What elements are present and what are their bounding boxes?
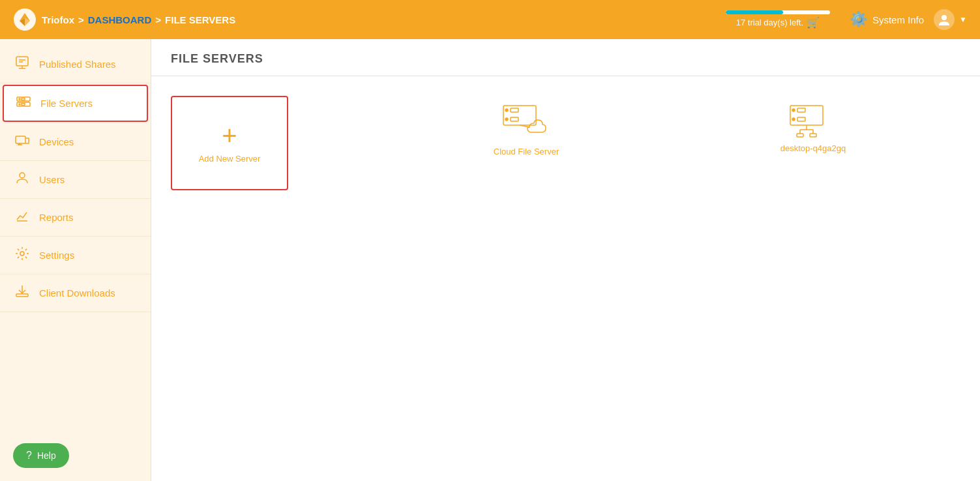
svg-point-21 [792, 109, 795, 111]
user-dropdown-arrow: ▼ [959, 15, 967, 24]
sidebar-item-label: Reports [39, 212, 74, 223]
svg-point-17 [505, 118, 508, 121]
trial-progress-bar [726, 10, 830, 14]
system-info-button[interactable]: ⚙️ System Info [850, 11, 924, 28]
breadcrumb: Triofox > DASHBOARD > FILE SERVERS [42, 14, 235, 25]
sidebar-item-published-shares[interactable]: Published Shares [0, 46, 151, 83]
app-header: Triofox > DASHBOARD > FILE SERVERS 17 tr… [0, 0, 980, 39]
sidebar-item-label: Published Shares [39, 59, 116, 70]
svg-rect-14 [503, 106, 536, 125]
reports-icon [13, 208, 31, 227]
svg-rect-24 [797, 117, 805, 121]
svg-rect-7 [22, 98, 25, 100]
sidebar-item-label: Settings [39, 250, 74, 261]
cart-icon[interactable]: 🛒 [807, 16, 820, 29]
page-title: FILE SERVERS [171, 52, 960, 66]
user-menu[interactable]: ▼ [934, 9, 967, 30]
content-body: + Add New Server Cloud File Server [151, 76, 980, 210]
server-card-cloud[interactable]: Cloud File Server [477, 96, 575, 163]
header-right: ⚙️ System Info ▼ [850, 9, 967, 30]
svg-rect-18 [511, 117, 518, 121]
sidebar-footer: ? Help [0, 430, 151, 481]
sidebar-item-label: Devices [39, 136, 74, 147]
add-new-server-card[interactable]: + Add New Server [171, 96, 288, 190]
svg-point-6 [19, 104, 20, 105]
header-center: 17 trial day(s) left. 🛒 [726, 10, 830, 29]
svg-rect-20 [790, 106, 823, 125]
help-circle-icon: ? [26, 450, 32, 461]
help-label: Help [37, 450, 56, 461]
sidebar-item-label: Client Downloads [39, 287, 115, 299]
cloud-file-server-label: Cloud File Server [494, 147, 559, 156]
devices-icon [13, 132, 31, 151]
svg-point-15 [505, 109, 508, 111]
sidebar-item-file-servers[interactable]: File Servers [3, 85, 148, 122]
trial-text: 17 trial day(s) left. 🛒 [736, 16, 820, 29]
svg-rect-29 [797, 134, 803, 137]
published-shares-icon [13, 55, 31, 74]
help-button[interactable]: ? Help [13, 443, 69, 468]
sidebar-item-client-downloads[interactable]: Client Downloads [0, 274, 151, 312]
svg-rect-9 [16, 136, 25, 143]
sidebar-item-label: Users [39, 174, 65, 185]
dashboard-link[interactable]: DASHBOARD [88, 14, 152, 25]
desktop-server-label: desktop-q4ga2gq [780, 143, 846, 153]
sidebar-item-reports[interactable]: Reports [0, 199, 151, 237]
trial-days-label: 17 trial day(s) left. [736, 18, 803, 27]
cloud-file-server-icon [500, 102, 552, 141]
svg-point-23 [792, 118, 795, 121]
svg-point-10 [20, 173, 25, 178]
separator-2: > [155, 14, 161, 25]
gear-icon: ⚙️ [850, 11, 867, 28]
page-label: FILE SERVERS [165, 14, 235, 25]
main-content: FILE SERVERS + Add New Server [151, 39, 980, 481]
triofox-logo-icon [13, 8, 37, 31]
svg-point-5 [19, 98, 20, 100]
content-header: FILE SERVERS [151, 39, 980, 76]
sidebar-nav: Published Shares File Servers [0, 39, 151, 430]
client-downloads-icon [13, 284, 31, 302]
add-new-server-label: Add New Server [199, 154, 261, 164]
svg-point-12 [20, 252, 24, 255]
header-left: Triofox > DASHBOARD > FILE SERVERS [13, 8, 726, 31]
sidebar-item-devices[interactable]: Devices [0, 123, 151, 161]
svg-rect-13 [16, 294, 28, 297]
svg-rect-30 [810, 134, 816, 137]
file-servers-icon [14, 94, 33, 113]
users-icon [13, 170, 31, 189]
brand-name: Triofox [42, 14, 74, 25]
svg-rect-8 [22, 104, 25, 106]
trial-progress-fill [726, 10, 783, 14]
svg-point-1 [942, 15, 947, 20]
svg-rect-22 [797, 108, 805, 112]
sidebar: Published Shares File Servers [0, 39, 151, 481]
sidebar-item-users[interactable]: Users [0, 161, 151, 199]
sidebar-item-settings[interactable]: Settings [0, 237, 151, 274]
settings-icon [13, 246, 31, 265]
trial-bar-container: 17 trial day(s) left. 🛒 [726, 10, 830, 29]
separator-1: > [78, 14, 84, 25]
avatar [934, 9, 955, 30]
svg-rect-16 [511, 108, 518, 112]
system-info-label: System Info [872, 14, 924, 25]
svg-rect-2 [16, 57, 28, 66]
server-card-desktop[interactable]: desktop-q4ga2gq [764, 96, 862, 160]
desktop-server-icon [787, 102, 839, 138]
main-layout: Published Shares File Servers [0, 39, 980, 481]
add-plus-icon: + [222, 123, 237, 149]
sidebar-item-label: File Servers [40, 98, 93, 109]
